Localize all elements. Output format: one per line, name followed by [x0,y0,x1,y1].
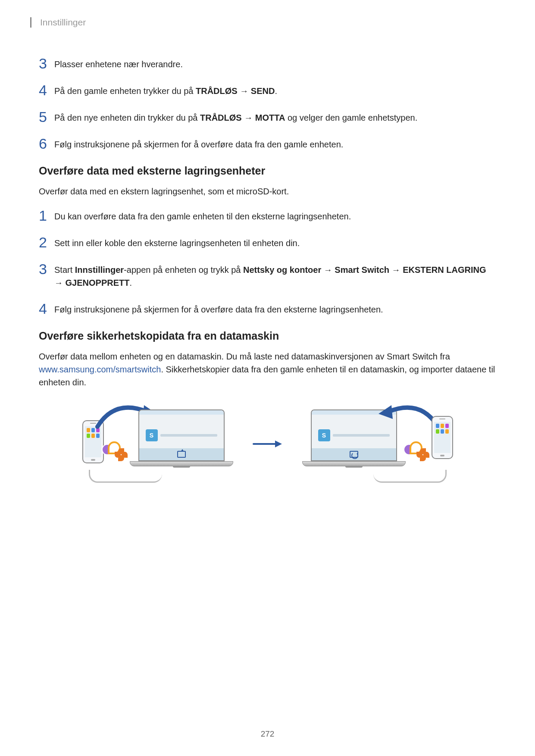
step-number: 4 [39,83,54,97]
step-b4: 4 Følg instruksjonene på skjermen for å … [39,303,496,316]
data-icons [404,440,434,463]
cable-icon [89,470,162,483]
page-header: Innstillinger [30,17,496,28]
cable-icon [373,470,447,483]
smartswitch-badge: S [318,429,330,441]
illus-laptop-to-phone: S [291,401,455,487]
header-title: Innstillinger [40,17,86,27]
page-number: 272 [0,729,535,739]
step-number: 1 [39,208,54,223]
section-c-title: Overføre sikkerhetskopidata fra en datam… [39,330,496,342]
section-c-intro: Overfør data mellom enheten og en datama… [39,350,496,389]
phone-icon [432,416,453,459]
flow-arrow-icon [253,440,283,448]
step-number: 6 [39,136,54,151]
step-number: 2 [39,235,54,250]
restore-icon [350,451,358,458]
svg-marker-2 [275,440,282,447]
smartswitch-badge: S [146,429,158,441]
data-icons [102,440,132,463]
step-text: Start Innstillinger-appen på enheten og … [54,263,496,289]
upload-icon [177,451,186,458]
step-a3: 3 Plasser enhetene nær hverandre. [39,58,496,71]
step-text: Du kan overføre data fra den gamle enhet… [54,210,351,223]
illus-phone-to-laptop: S [80,401,244,487]
laptop-icon: S [130,409,233,468]
step-text: På den nye enheten din trykker du på TRÅ… [54,111,417,124]
step-number: 3 [39,262,54,276]
step-b3: 3 Start Innstillinger-appen på enheten o… [39,263,496,289]
svg-marker-3 [379,405,393,419]
step-text: Sett inn eller koble den eksterne lagrin… [54,237,300,250]
step-a4: 4 På den gamle enheten trykker du på TRÅ… [39,84,496,97]
step-number: 3 [39,56,54,71]
step-number: 4 [39,301,54,316]
step-text: Plasser enhetene nær hverandre. [54,58,183,71]
step-number: 5 [39,109,54,124]
step-a6: 6 Følg instruksjonene på skjermen for å … [39,138,496,151]
section-b-title: Overføre data med eksterne lagringsenhet… [39,165,496,177]
step-b1: 1 Du kan overføre data fra den gamle enh… [39,210,496,223]
step-a5: 5 På den nye enheten din trykker du på T… [39,111,496,124]
step-b2: 2 Sett inn eller koble den eksterne lagr… [39,237,496,250]
smartswitch-illustration: S S [39,401,496,487]
step-text: På den gamle enheten trykker du på TRÅDL… [54,84,277,97]
step-text: Følg instruksjonene på skjermen for å ov… [54,138,343,151]
section-b-intro: Overfør data med en ekstern lagringsenhe… [39,185,496,198]
smartswitch-link[interactable]: www.samsung.com/smartswitch [39,365,161,374]
step-text: Følg instruksjonene på skjermen for å ov… [54,303,383,316]
